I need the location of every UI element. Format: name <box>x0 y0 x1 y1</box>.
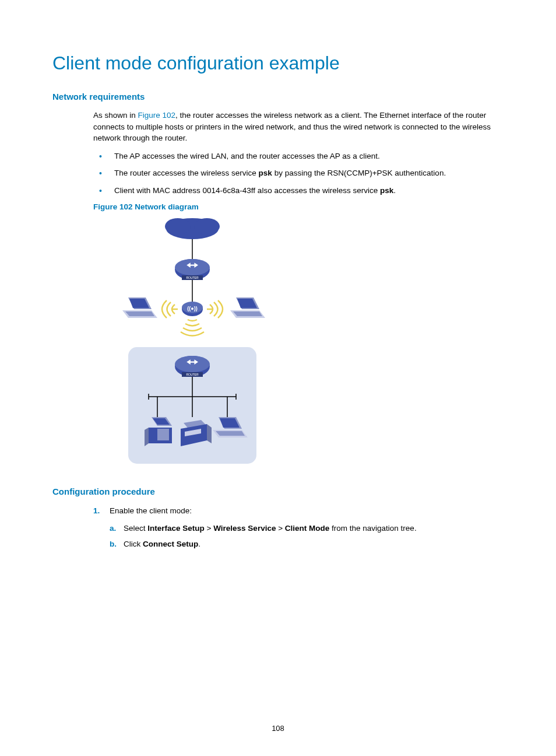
bullet-text: The router accesses the wireless service <box>114 169 259 177</box>
text: > <box>276 524 284 533</box>
step-number: 1. <box>93 505 110 517</box>
text: Select <box>124 524 147 533</box>
bullet-bold: psk <box>380 186 393 195</box>
svg-point-1 <box>165 218 191 235</box>
svg-point-5 <box>175 259 210 275</box>
bullet-text: . <box>393 186 396 195</box>
list-item: The AP accesses the wired LAN, and the r… <box>93 150 504 163</box>
text: from the navigation tree. <box>329 524 416 533</box>
substeps: a. Select Interface Setup > Wireless Ser… <box>110 522 504 551</box>
bullet-text: by passing the RSN(CCMP)+PSK authenticat… <box>272 169 446 177</box>
list-item: The router accesses the wireless service… <box>93 167 504 180</box>
figure-caption: Figure 102 Network diagram <box>93 202 504 211</box>
text: . <box>198 540 200 548</box>
bold: Interface Setup <box>147 524 205 533</box>
step-1: 1. Enable the client mode: <box>93 505 504 517</box>
router-label-bottom: ROUTER <box>186 373 199 376</box>
step-text: Enable the client mode: <box>110 505 504 517</box>
substep-a: a. Select Interface Setup > Wireless Ser… <box>110 522 504 536</box>
intro-prefix: As shown in <box>93 111 138 120</box>
bullet-text: The AP accesses the wired LAN, and the r… <box>114 152 380 160</box>
intro-paragraph: As shown in Figure 102, the router acces… <box>93 110 504 144</box>
bold: Connect Setup <box>143 540 198 548</box>
substep-text: Select Interface Setup > Wireless Servic… <box>124 522 504 536</box>
text: Click <box>124 540 143 548</box>
page: Client mode configuration example Networ… <box>0 0 556 756</box>
requirements-list: The AP accesses the wired LAN, and the r… <box>93 150 504 197</box>
svg-point-2 <box>194 218 220 235</box>
bold: Client Mode <box>285 524 330 533</box>
text: > <box>205 524 213 533</box>
svg-text:((●)): ((●)) <box>187 306 197 312</box>
substep-letter: a. <box>110 522 124 536</box>
network-requirements-body: As shown in Figure 102, the router acces… <box>93 110 504 469</box>
bold: Wireless Service <box>213 524 276 533</box>
page-number: 108 <box>0 724 556 733</box>
list-item: Client with MAC address 0014-6c8a-43ff a… <box>93 184 504 197</box>
substep-b: b. Click Connect Setup. <box>110 538 504 551</box>
section-heading-configuration-procedure: Configuration procedure <box>52 487 504 496</box>
page-title: Client mode configuration example <box>52 52 504 74</box>
substep-letter: b. <box>110 538 124 551</box>
bullet-text: Client with MAC address 0014-6c8a-43ff a… <box>114 186 380 195</box>
svg-point-13 <box>175 356 210 372</box>
router-label-top: ROUTER <box>186 276 199 279</box>
figure-link[interactable]: Figure 102 <box>138 111 176 120</box>
section-heading-network-requirements: Network requirements <box>52 92 504 102</box>
bullet-bold: psk <box>259 169 272 177</box>
substep-text: Click Connect Setup. <box>124 538 504 551</box>
procedure-steps: 1. Enable the client mode: <box>93 505 504 517</box>
network-diagram: ROUTER ((●)) <box>117 216 268 469</box>
